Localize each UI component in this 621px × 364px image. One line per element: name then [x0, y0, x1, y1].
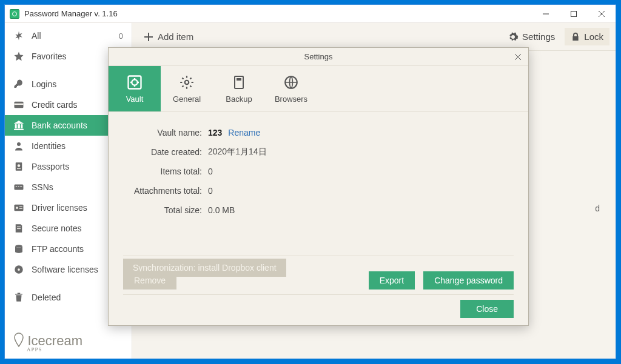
brand-logo: Icecream APPS: [13, 332, 82, 352]
vault-name-label: Vault name:: [123, 128, 208, 137]
svg-rect-20: [129, 76, 141, 89]
close-icon: [599, 11, 605, 17]
panel-separator: [123, 256, 514, 256]
gear-icon: [508, 31, 519, 42]
close-button[interactable]: Close: [460, 300, 514, 318]
dialog-title-text: Settings: [304, 52, 333, 61]
app-window: Password Manager v. 1.16 All 0 Favorites: [4, 4, 616, 359]
sidebar-item-label: Software licenses: [32, 265, 98, 274]
rename-link[interactable]: Rename: [228, 128, 260, 137]
server-icon: [13, 243, 24, 254]
export-button[interactable]: Export: [369, 271, 415, 290]
remove-button[interactable]: Remove: [123, 271, 176, 290]
maximize-button[interactable]: [560, 5, 588, 23]
sidebar-item-label: Favorites: [32, 51, 67, 61]
add-item-label: Add item: [158, 31, 193, 42]
svg-point-3: [17, 142, 21, 146]
svg-rect-0: [571, 11, 577, 16]
change-password-button[interactable]: Change password: [423, 271, 514, 290]
ssn-icon: [13, 182, 24, 193]
svg-rect-16: [17, 228, 21, 229]
tab-label: Browsers: [275, 94, 307, 104]
titlebar: Password Manager v. 1.16: [5, 5, 616, 23]
lock-button[interactable]: Lock: [565, 28, 609, 45]
date-created-label: Date created:: [123, 147, 208, 157]
icecream-icon: [13, 332, 24, 348]
svg-rect-24: [237, 78, 241, 81]
total-size-label: Total size:: [123, 205, 208, 215]
svg-point-17: [15, 245, 22, 248]
sidebar-item-count: 0: [119, 31, 123, 41]
maximize-icon: [571, 11, 577, 17]
dialog-title: Settings: [109, 48, 528, 66]
svg-rect-14: [19, 208, 22, 209]
note-icon: [13, 223, 24, 234]
lock-label: Lock: [584, 31, 603, 42]
settings-dialog: Settings Vault General Backup Browsers: [108, 47, 529, 326]
sidebar-item-label: Driver licenses: [32, 203, 87, 213]
sidebar-item-label: Deleted: [32, 293, 61, 302]
gear-icon: [178, 74, 195, 91]
tab-backup[interactable]: Backup: [213, 66, 265, 111]
total-size-value: 0.0 MB: [208, 205, 235, 215]
tab-general[interactable]: General: [161, 66, 213, 111]
app-icon: [10, 9, 19, 19]
minimize-button[interactable]: [532, 5, 560, 23]
sidebar-item-label: Logins: [32, 79, 56, 89]
svg-point-21: [132, 79, 137, 85]
attachments-total-label: Attachments total:: [123, 186, 208, 196]
svg-rect-10: [20, 187, 22, 187]
add-item-button[interactable]: Add item: [138, 28, 200, 45]
person-icon: [13, 141, 24, 151]
lock-icon: [571, 32, 580, 42]
svg-point-19: [18, 268, 20, 271]
disc-icon: [13, 264, 24, 275]
svg-rect-13: [19, 207, 22, 207]
passport-icon: [13, 161, 24, 172]
sidebar-item-label: All: [32, 31, 41, 41]
asterisk-icon: [13, 30, 24, 41]
dialog-close-button[interactable]: [511, 50, 525, 64]
svg-rect-2: [15, 104, 24, 105]
id-card-icon: [13, 202, 24, 213]
svg-rect-8: [16, 187, 17, 187]
sidebar-item-label: Bank accounts: [32, 121, 87, 130]
svg-rect-9: [18, 187, 19, 187]
items-total-label: Items total:: [123, 167, 208, 176]
sidebar-item-label: Passports: [32, 162, 69, 171]
vault-panel: Vault name: 123 Rename Date created: 202…: [109, 112, 528, 325]
settings-tabs: Vault General Backup Browsers: [109, 66, 528, 112]
sidebar-item-label: FTP accounts: [32, 244, 84, 254]
tab-label: General: [173, 94, 201, 104]
close-icon: [515, 54, 521, 60]
date-created-value: 2020年1月14日: [208, 147, 267, 157]
attachments-total-value: 0: [208, 186, 213, 196]
sidebar-item-label: Identities: [32, 141, 65, 151]
close-window-button[interactable]: [588, 5, 616, 23]
vault-icon: [126, 74, 143, 91]
bank-icon: [13, 120, 24, 131]
minimize-icon: [543, 11, 549, 17]
sidebar-item-all[interactable]: All 0: [5, 25, 132, 46]
key-icon: [13, 79, 24, 90]
plus-icon: [144, 33, 153, 41]
globe-icon: [283, 74, 300, 91]
sidebar-item-label: Secure notes: [32, 223, 82, 233]
svg-rect-15: [17, 227, 21, 227]
sidebar-item-label: Credit cards: [32, 100, 77, 110]
settings-label: Settings: [522, 31, 555, 42]
tab-browsers[interactable]: Browsers: [265, 66, 317, 111]
credit-card-icon: [13, 99, 24, 110]
svg-rect-6: [17, 168, 21, 169]
vault-name-value: 123: [208, 128, 222, 137]
svg-point-12: [16, 207, 18, 209]
svg-rect-11: [15, 205, 24, 211]
tab-label: Backup: [226, 94, 252, 104]
items-total-value: 0: [208, 167, 213, 176]
backup-icon: [230, 74, 247, 91]
settings-button[interactable]: Settings: [502, 28, 561, 46]
svg-point-5: [18, 164, 21, 167]
sidebar-item-label: SSNs: [32, 182, 53, 192]
app-title: Password Manager v. 1.16: [24, 9, 118, 18]
tab-vault[interactable]: Vault: [109, 66, 161, 111]
